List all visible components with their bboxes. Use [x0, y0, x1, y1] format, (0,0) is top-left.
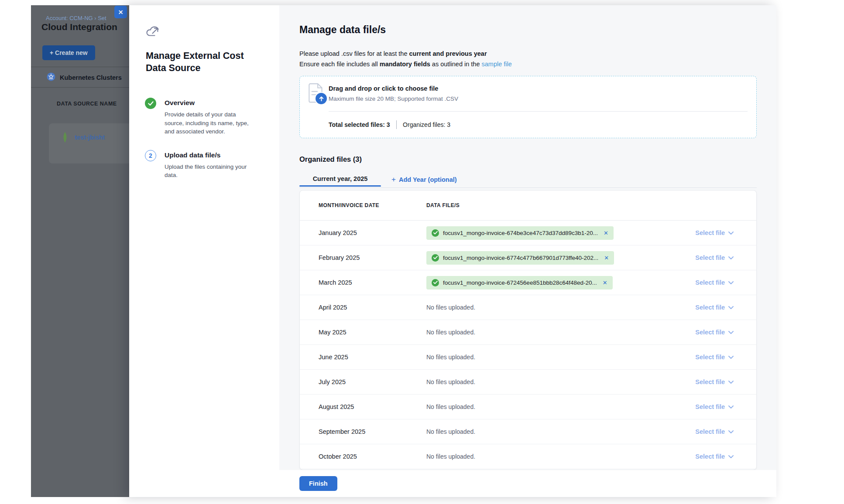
create-new-button[interactable]: + Create new: [42, 45, 95, 60]
file-chip: focusv1_mongo-invoice-674be3ce47c73d37dd…: [426, 226, 614, 240]
tab-label: Kubernetes Clusters: [60, 74, 122, 81]
step-upload-data-files[interactable]: 2 Upload data file/s Upload the files co…: [145, 150, 264, 180]
organized-files-table: MONTH/INVOICE DATE DATA FILE/S January 2…: [299, 190, 757, 470]
drawer-title: Manage External Cost Data Source: [146, 50, 250, 75]
empty-files-label: No files uploaded.: [426, 329, 475, 336]
instructions-line-1: Please upload .csv files for at least th…: [299, 48, 512, 59]
remove-file-icon[interactable]: ✕: [603, 279, 607, 286]
stepper-steps: Overview Provide details of your data so…: [145, 98, 264, 180]
table-row: June 2025No files uploaded.Select file: [300, 345, 756, 370]
step-label: Upload data file/s: [165, 150, 256, 159]
month-label: April 2025: [319, 304, 347, 311]
chevron-down-icon: [728, 405, 734, 409]
remove-file-icon[interactable]: ✕: [604, 255, 609, 261]
remove-file-icon[interactable]: ✕: [604, 230, 608, 236]
select-file-button[interactable]: Select file: [695, 403, 734, 410]
table-row: May 2025No files uploaded.Select file: [300, 320, 756, 345]
month-label: February 2025: [319, 254, 360, 261]
step-label: Overview: [165, 98, 256, 107]
chevron-down-icon: [728, 455, 734, 458]
table-row: September 2025No files uploaded.Select f…: [300, 419, 756, 444]
select-file-button[interactable]: Select file: [695, 254, 734, 261]
divider: [31, 87, 129, 88]
month-label: March 2025: [319, 279, 352, 286]
tab-label: Current year, 2025: [313, 175, 368, 182]
instructions-line-2: Ensure each file includes all mandatory …: [299, 59, 512, 69]
step-overview[interactable]: Overview Provide details of your data so…: [145, 98, 264, 136]
upload-totals: Total selected files: 3 Organized files:…: [329, 118, 450, 131]
month-label: May 2025: [319, 329, 347, 336]
step-number-badge: 2: [145, 150, 156, 161]
add-year-button[interactable]: + Add Year (optional): [391, 173, 457, 184]
chevron-down-icon: [728, 430, 734, 433]
dropzone-subtitle: Maximum file size 20 MB; Supported forma…: [329, 95, 458, 102]
select-file-button[interactable]: Select file: [695, 304, 734, 311]
empty-files-label: No files uploaded.: [426, 354, 475, 361]
select-file-label: Select file: [695, 304, 725, 311]
organized-files-count: Organized files: 3: [403, 121, 450, 128]
empty-files-label: No files uploaded.: [426, 428, 475, 435]
select-file-label: Select file: [695, 453, 725, 460]
file-uploaded-check-icon: [432, 279, 439, 286]
page-title: Cloud Integration: [41, 22, 117, 32]
column-header-data-files: DATA FILE/S: [426, 202, 662, 208]
column-header-month: MONTH/INVOICE DATE: [300, 202, 426, 208]
data-source-name-link[interactable]: test-jbisht: [75, 134, 105, 141]
step-description: Provide details of your data source, inc…: [165, 110, 256, 136]
content-title: Manage data file/s: [299, 24, 386, 36]
month-label: August 2025: [319, 403, 354, 410]
divider: [31, 67, 129, 67]
tab-kubernetes-clusters[interactable]: Kubernetes Clusters: [47, 72, 122, 83]
file-uploaded-check-icon: [432, 254, 439, 262]
table-row: August 2025No files uploaded.Select file: [300, 395, 756, 419]
finish-button[interactable]: Finish: [299, 476, 337, 491]
divider: [396, 120, 397, 129]
chevron-down-icon: [728, 381, 734, 384]
manage-data-source-drawer: Manage External Cost Data Source Overvie…: [129, 5, 776, 497]
select-file-button[interactable]: Select file: [695, 279, 734, 286]
chevron-down-icon: [728, 256, 734, 259]
select-file-button[interactable]: Select file: [695, 229, 734, 236]
month-label: October 2025: [319, 453, 357, 460]
empty-files-label: No files uploaded.: [426, 403, 475, 410]
drawer-footer: Finish: [279, 470, 776, 497]
table-row: January 2025focusv1_mongo-invoice-674be3…: [300, 221, 756, 245]
organized-files-heading: Organized files (3): [299, 155, 362, 163]
month-label: July 2025: [319, 378, 346, 385]
month-label: September 2025: [319, 428, 365, 435]
month-label: June 2025: [319, 354, 348, 361]
content-panel: Manage data file/s Please upload .csv fi…: [279, 5, 776, 497]
select-file-button[interactable]: Select file: [695, 428, 734, 435]
select-file-label: Select file: [695, 403, 725, 410]
year-tabs: Current year, 2025 + Add Year (optional): [299, 173, 757, 188]
active-tab-indicator: [299, 185, 381, 187]
select-file-button[interactable]: Select file: [695, 453, 734, 460]
empty-files-label: No files uploaded.: [426, 453, 475, 460]
empty-files-label: No files uploaded.: [426, 304, 475, 311]
file-dropzone[interactable]: Drag and drop or click to choose file Ma…: [299, 76, 757, 138]
step-description: Upload the files containing your data.: [165, 163, 256, 180]
dropzone-title: Drag and drop or click to choose file: [329, 85, 438, 92]
select-file-button[interactable]: Select file: [695, 378, 734, 385]
file-name: focusv1_mongo-invoice-672456ee851bbb28c6…: [443, 279, 597, 286]
column-header-data-source-name: DATA SOURCE NAME: [57, 101, 117, 107]
stepper-panel: Manage External Cost Data Source Overvie…: [129, 5, 279, 497]
kubernetes-icon: [47, 72, 55, 83]
cloud-export-icon: [146, 25, 161, 40]
file-chip: focusv1_mongo-invoice-6774c477b667901d77…: [426, 251, 614, 265]
tab-current-year[interactable]: Current year, 2025: [299, 173, 381, 182]
chevron-down-icon: [728, 232, 734, 235]
mongodb-leaf-icon: [62, 132, 68, 143]
select-file-button[interactable]: Select file: [695, 354, 734, 361]
select-file-label: Select file: [695, 329, 725, 336]
close-icon[interactable]: ✕: [114, 6, 127, 18]
chevron-down-icon: [728, 306, 734, 309]
breadcrumb[interactable]: Account: CCM-NG › Set: [46, 15, 106, 21]
sample-file-link[interactable]: sample file: [482, 61, 512, 68]
file-uploaded-check-icon: [432, 229, 439, 237]
table-row: October 2025No files uploaded.Select fil…: [300, 444, 756, 469]
step-complete-check-icon: [145, 98, 156, 109]
upload-arrow-icon: [315, 92, 328, 105]
select-file-button[interactable]: Select file: [695, 329, 734, 336]
instructions: Please upload .csv files for at least th…: [299, 48, 512, 69]
